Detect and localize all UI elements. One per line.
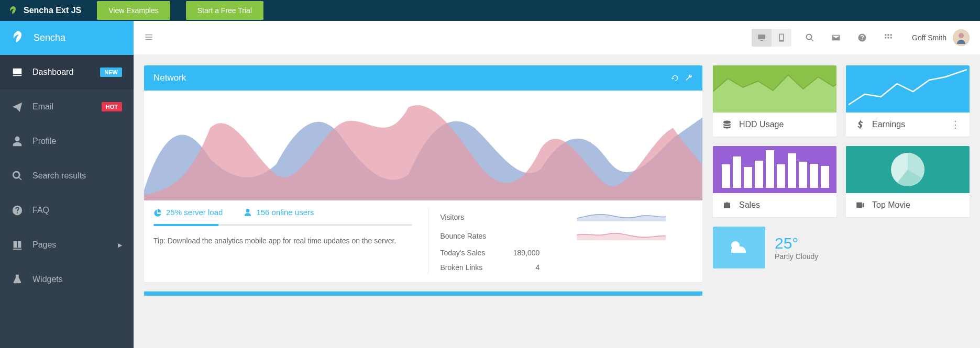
sidebar-item-label: Widgets <box>32 275 122 284</box>
briefcase-icon <box>722 200 732 210</box>
dollar-icon <box>855 120 865 129</box>
header-apps-button[interactable] <box>880 30 896 46</box>
question-icon <box>12 205 23 216</box>
stat-broken: Broken Links 4 <box>440 260 693 275</box>
sidebar-item-label: Pages <box>32 240 108 250</box>
monitor-icon <box>12 66 23 78</box>
sidebar-item-label: Email <box>32 102 92 111</box>
book-icon <box>12 239 23 251</box>
network-panel-title: Network <box>153 73 671 83</box>
paper-plane-icon <box>12 101 23 113</box>
sidebar-item-label: Search results <box>32 171 122 181</box>
hdd-chart <box>713 65 836 113</box>
network-chart <box>144 91 702 200</box>
user-icon <box>244 208 252 217</box>
svg-rect-7 <box>777 164 785 188</box>
user-icon <box>12 136 23 147</box>
sidebar-item-label: FAQ <box>32 206 122 215</box>
desktop-view-button[interactable] <box>752 29 772 47</box>
flask-icon <box>12 274 23 285</box>
topmovie-tile[interactable]: Top Movie <box>846 146 970 217</box>
sidebar-item-profile[interactable]: Profile <box>0 124 134 159</box>
weather-condition: Partly Cloudy <box>775 252 818 261</box>
video-icon <box>855 200 865 210</box>
tile-label: Earnings <box>872 120 943 129</box>
sales-chart <box>713 146 836 193</box>
tile-label: Top Movie <box>872 200 960 210</box>
sidebar-brand[interactable]: Sencha <box>0 21 134 55</box>
sencha-logo-icon <box>12 31 24 46</box>
search-icon <box>12 170 23 182</box>
banner-logo: Sencha Ext JS <box>8 5 81 16</box>
banner-title: Sencha Ext JS <box>24 6 81 15</box>
new-badge: NEW <box>100 68 122 77</box>
sidebar-item-search[interactable]: Search results <box>0 159 134 193</box>
weather-temp: 25° <box>775 234 818 252</box>
hot-badge: HOT <box>102 102 122 111</box>
sencha-leaf-icon <box>8 5 18 16</box>
network-panel-header: Network <box>144 65 702 91</box>
server-load-stat: 25% server load <box>153 208 223 217</box>
sidebar-item-widgets[interactable]: Widgets <box>0 262 134 297</box>
hamburger-icon[interactable] <box>144 35 153 43</box>
earnings-chart <box>846 65 970 113</box>
svg-rect-8 <box>788 153 796 188</box>
sidebar-item-label: Dashboard <box>32 68 91 77</box>
top-banner: Sencha Ext JS View Examples Start a Free… <box>0 0 980 21</box>
tip-text: Tip: Download the analytics mobile app f… <box>153 235 412 246</box>
online-users-stat: 156 online users <box>244 208 314 217</box>
earnings-tile[interactable]: Earnings ⋮ <box>846 65 970 137</box>
sales-tile[interactable]: Sales <box>713 146 836 217</box>
stat-sales: Today's Sales 189,000 <box>440 245 693 260</box>
view-mode-toggle <box>752 29 791 47</box>
weather-widget: 25° Partly Cloudy <box>713 227 970 268</box>
header-mail-button[interactable] <box>828 30 844 46</box>
svg-rect-3 <box>733 156 741 188</box>
view-examples-button[interactable]: View Examples <box>97 1 170 20</box>
network-panel: Network <box>144 65 702 282</box>
sidebar-item-email[interactable]: Email HOT <box>0 89 134 124</box>
svg-point-1 <box>959 33 964 38</box>
chevron-right-icon: ▶ <box>118 242 122 249</box>
weather-icon <box>713 227 765 268</box>
stat-visitors: Visitors <box>440 208 693 227</box>
sidebar-item-label: Profile <box>32 137 122 146</box>
tile-label: HDD Usage <box>739 120 827 129</box>
svg-rect-11 <box>821 166 829 188</box>
start-trial-button[interactable]: Start a Free Trial <box>186 1 263 20</box>
main-area: Goff Smith Network <box>134 21 980 348</box>
svg-rect-4 <box>744 167 752 188</box>
wrench-icon[interactable] <box>685 74 693 82</box>
hdd-tile[interactable]: HDD Usage <box>713 65 836 137</box>
user-menu[interactable]: Goff Smith <box>912 29 970 46</box>
sidebar-item-dashboard[interactable]: Dashboard NEW <box>0 55 134 89</box>
sidebar-brand-label: Sencha <box>34 32 65 43</box>
svg-rect-2 <box>722 164 730 188</box>
tablet-view-button[interactable] <box>772 29 791 47</box>
network-stats-row: 25% server load 156 online users Tip: Do… <box>144 200 702 282</box>
panel-strip <box>144 291 702 296</box>
svg-rect-9 <box>799 162 807 188</box>
content-area: Network <box>134 55 980 306</box>
user-name: Goff Smith <box>912 33 946 42</box>
pie-icon <box>153 208 162 217</box>
svg-rect-5 <box>755 161 763 188</box>
server-load-progress <box>153 224 412 226</box>
avatar <box>953 29 970 46</box>
refresh-icon[interactable] <box>671 74 679 82</box>
stat-bounce: Bounce Rates <box>440 227 693 245</box>
sidebar-item-faq[interactable]: FAQ <box>0 193 134 228</box>
tile-menu-icon[interactable]: ⋮ <box>951 120 960 129</box>
topmovie-chart <box>846 146 970 193</box>
database-icon <box>722 120 732 129</box>
svg-rect-6 <box>766 150 774 188</box>
header-search-button[interactable] <box>802 30 818 46</box>
sidebar-item-pages[interactable]: Pages ▶ <box>0 228 134 262</box>
tile-label: Sales <box>739 200 827 210</box>
svg-rect-10 <box>810 164 818 188</box>
sidebar: Sencha Dashboard NEW Email HOT Profile S… <box>0 21 134 348</box>
header-help-button[interactable] <box>854 30 870 46</box>
header-bar: Goff Smith <box>134 21 980 55</box>
